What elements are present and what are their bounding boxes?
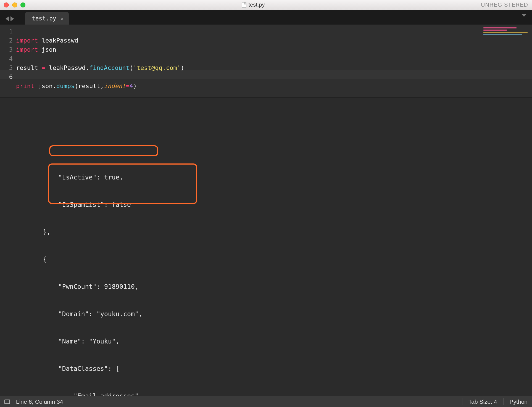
tab-test-py[interactable]: test.py ×: [25, 12, 69, 25]
close-window-button[interactable]: [4, 2, 9, 7]
code-paren: (: [130, 64, 133, 71]
code-ident: leakPasswd: [45, 64, 86, 71]
minimap[interactable]: [483, 26, 530, 39]
tab-close-button[interactable]: ×: [60, 15, 64, 22]
status-tabsize[interactable]: Tab Size: 4: [468, 398, 497, 405]
code-keyword: print: [16, 83, 34, 89]
file-icon: [242, 2, 246, 8]
output-line: "Domain": "youku.com",: [6, 310, 526, 319]
code-ident: json: [34, 83, 52, 89]
code-paren: (: [75, 83, 78, 89]
code-paren: ): [181, 64, 184, 71]
tab-label: test.py: [32, 15, 56, 22]
code-dot: .: [52, 83, 56, 89]
tab-overflow-menu[interactable]: [522, 14, 526, 17]
code-area[interactable]: import leakPasswd import json result = l…: [16, 27, 532, 91]
code-module: json: [42, 46, 56, 53]
code-arg: result,: [78, 83, 104, 89]
panel-toggle-icon[interactable]: [4, 400, 10, 404]
window-title-text: test.py: [249, 2, 265, 8]
line-number: 2: [0, 36, 13, 45]
minimap-line: [483, 30, 507, 31]
output-line: "PwnCount": 91890110,: [6, 282, 526, 291]
window-titlebar: test.py UNREGISTERED: [0, 0, 532, 10]
output-line: },: [6, 228, 526, 237]
output-gutter: [0, 98, 23, 407]
status-line-col[interactable]: Line 6, Column 34: [16, 398, 63, 405]
highlight-domain: [49, 145, 158, 156]
nav-back-button[interactable]: [6, 16, 9, 21]
nav-forward-button[interactable]: [10, 16, 14, 21]
minimap-line: [483, 32, 528, 33]
code-number: 4: [130, 83, 133, 89]
output-line: "IsSpamList": false: [6, 200, 526, 209]
nav-arrows: [3, 16, 17, 25]
build-output-panel[interactable]: "IsActive": true, "IsSpamList": false },…: [0, 98, 532, 407]
output-line: {: [6, 255, 526, 264]
line-number: 4: [0, 54, 13, 63]
minimize-window-button[interactable]: [12, 2, 17, 7]
code-ident: result: [16, 64, 42, 71]
output-line: "IsActive": true,: [6, 173, 526, 182]
minimap-line: [483, 34, 522, 35]
unregistered-label: UNREGISTERED: [481, 2, 528, 8]
line-number-gutter: 1 2 3 4 5 6: [0, 27, 16, 91]
code-module: leakPasswd: [42, 37, 78, 44]
code-param: indent: [104, 83, 126, 89]
tab-strip: test.py ×: [0, 10, 532, 25]
status-syntax[interactable]: Python: [510, 398, 528, 405]
status-separator: [503, 398, 504, 405]
highlight-dataclasses: [48, 163, 197, 204]
traffic-lights: [4, 2, 25, 7]
output-line: "DataClasses": [: [6, 364, 526, 373]
status-bar: Line 6, Column 34 Tab Size: 4 Python: [0, 396, 532, 407]
code-func: findAccount: [89, 64, 130, 71]
code-paren: ): [133, 83, 137, 89]
code-keyword: import: [16, 46, 38, 53]
code-op: =: [42, 64, 45, 71]
code-keyword: import: [16, 37, 38, 44]
code-dot: .: [86, 64, 89, 71]
code-string: 'test@qq.com': [133, 64, 181, 71]
output-line: "Name": "Youku",: [6, 337, 526, 346]
window-title: test.py: [25, 2, 481, 8]
zoom-window-button[interactable]: [20, 2, 25, 7]
code-func: dumps: [56, 83, 75, 89]
code-op: =: [126, 83, 129, 89]
line-number: 3: [0, 45, 13, 54]
line-number: 1: [0, 27, 13, 36]
minimap-line: [483, 27, 517, 28]
source-editor[interactable]: 1 2 3 4 5 6 import leakPasswd import jso…: [0, 25, 532, 98]
status-separator: [462, 398, 462, 405]
